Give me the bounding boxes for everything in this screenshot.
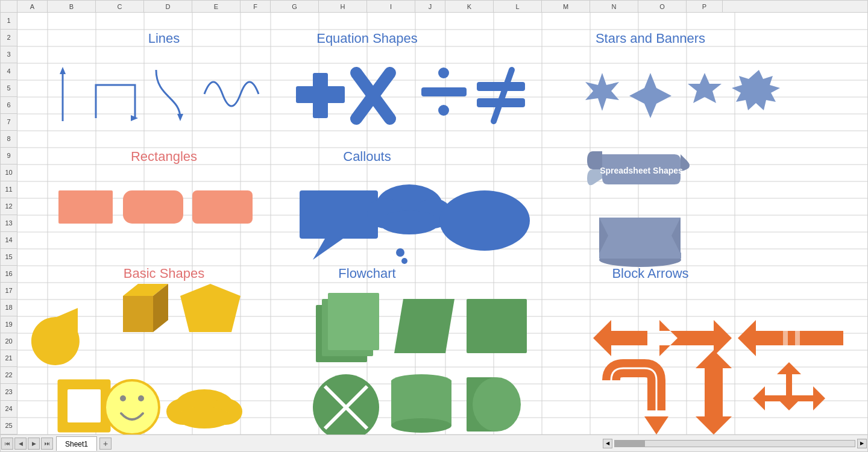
svg-marker-114 [659, 320, 732, 356]
svg-point-59 [438, 105, 449, 116]
grid-body: 1 2 3 4 5 6 7 8 9 10 11 12 13 14 15 16 1… [1, 13, 867, 435]
svg-rect-77 [300, 190, 378, 239]
corner-cell [1, 1, 17, 12]
row-24: 24 [1, 401, 17, 418]
nav-next-btn[interactable]: ▶ [28, 438, 40, 450]
svg-point-94 [120, 395, 126, 401]
scroll-right-btn[interactable]: ▶ [857, 439, 867, 448]
col-header-j[interactable]: J [415, 1, 445, 12]
svg-point-96 [174, 389, 234, 425]
col-header-a[interactable]: A [17, 1, 48, 12]
col-header-i[interactable]: I [367, 1, 415, 12]
svg-marker-121 [753, 386, 825, 410]
col-header-n[interactable]: N [590, 1, 638, 12]
svg-marker-52 [177, 114, 183, 121]
svg-point-112 [473, 377, 521, 432]
row-19: 19 [1, 316, 17, 333]
svg-point-82 [379, 210, 439, 234]
svg-point-99 [177, 407, 231, 428]
svg-rect-91 [68, 389, 101, 422]
sheet-tab[interactable]: Sheet1 [56, 436, 97, 451]
col-header-m[interactable]: M [542, 1, 590, 12]
row-10: 10 [1, 165, 17, 181]
svg-point-108 [391, 374, 451, 389]
col-header-p[interactable]: P [687, 1, 723, 12]
svg-text:Basic Shapes: Basic Shapes [124, 266, 205, 281]
svg-point-80 [367, 198, 403, 228]
svg-rect-117 [795, 331, 800, 345]
svg-point-95 [138, 395, 144, 401]
svg-point-110 [391, 418, 451, 433]
col-header-f[interactable]: F [241, 1, 271, 12]
row-7: 7 [1, 114, 17, 131]
svg-point-81 [415, 198, 451, 228]
row-22: 22 [1, 367, 17, 384]
row-6: 6 [1, 97, 17, 114]
svg-rect-57 [421, 87, 467, 96]
svg-marker-115 [738, 320, 843, 356]
svg-rect-73 [599, 253, 681, 259]
nav-first-btn[interactable]: ⏮ [1, 438, 13, 450]
row-25: 25 [1, 418, 17, 435]
svg-rect-74 [58, 190, 113, 224]
svg-rect-76 [192, 190, 253, 224]
svg-rect-104 [467, 299, 527, 353]
col-header-o[interactable]: O [638, 1, 687, 12]
svg-text:Flowchart: Flowchart [338, 266, 395, 281]
col-header-g[interactable]: G [271, 1, 319, 12]
svg-rect-90 [58, 380, 110, 432]
svg-marker-68 [599, 218, 681, 254]
row-12: 12 [1, 198, 17, 215]
nav-prev-btn[interactable]: ◀ [14, 438, 27, 450]
svg-text:Spreadsheet Shapes: Spreadsheet Shapes [600, 166, 683, 175]
row-16: 16 [1, 266, 17, 283]
svg-marker-51 [131, 115, 138, 121]
svg-rect-61 [477, 98, 525, 107]
nav-last-btn[interactable]: ⏭ [41, 438, 53, 450]
svg-marker-87 [123, 284, 168, 296]
row-numbers: 1 2 3 4 5 6 7 8 9 10 11 12 13 14 15 16 1… [1, 13, 17, 435]
svg-line-106 [325, 386, 367, 428]
svg-point-92 [105, 380, 159, 435]
svg-marker-64 [629, 73, 671, 118]
column-headers: A B C D E F G H I J K L M N O P [1, 1, 867, 13]
row-11: 11 [1, 181, 17, 198]
horizontal-scrollbar[interactable] [614, 440, 855, 447]
col-header-d[interactable]: D [144, 1, 192, 12]
svg-marker-70 [599, 218, 608, 254]
row-18: 18 [1, 300, 17, 316]
scroll-left-btn[interactable]: ◀ [603, 439, 612, 448]
svg-marker-120 [777, 362, 801, 410]
right-scroll-area: ◀ ▶ [602, 439, 867, 448]
svg-line-107 [325, 386, 367, 428]
row-14: 14 [1, 232, 17, 249]
col-header-l[interactable]: L [494, 1, 542, 12]
row-13: 13 [1, 215, 17, 232]
col-header-h[interactable]: H [319, 1, 367, 12]
svg-marker-50 [60, 67, 66, 74]
row-4: 4 [1, 63, 17, 80]
col-header-k[interactable]: K [445, 1, 494, 12]
bottom-bar: ⏮ ◀ ▶ ⏭ Sheet1 + ◀ ▶ [1, 435, 867, 451]
svg-line-55 [356, 73, 390, 119]
add-sheet-btn[interactable]: + [99, 438, 112, 450]
row-9: 9 [1, 148, 17, 165]
row-21: 21 [1, 350, 17, 367]
svg-point-83 [396, 248, 404, 257]
svg-marker-78 [313, 239, 343, 260]
svg-rect-116 [783, 331, 788, 345]
row-17: 17 [1, 283, 17, 300]
svg-marker-65 [688, 73, 722, 103]
svg-marker-119 [696, 350, 732, 435]
row-23: 23 [1, 384, 17, 401]
spreadsheet-container: A B C D E F G H I J K L M N O P 1 2 3 4 … [0, 0, 868, 452]
col-header-e[interactable]: E [192, 1, 241, 12]
svg-point-93 [105, 380, 159, 435]
svg-point-105 [313, 374, 379, 435]
svg-line-56 [356, 73, 390, 119]
svg-rect-69 [599, 218, 681, 254]
col-header-b[interactable]: B [48, 1, 96, 12]
col-header-c[interactable]: C [96, 1, 144, 12]
svg-point-98 [209, 398, 242, 425]
svg-marker-113 [593, 320, 647, 356]
